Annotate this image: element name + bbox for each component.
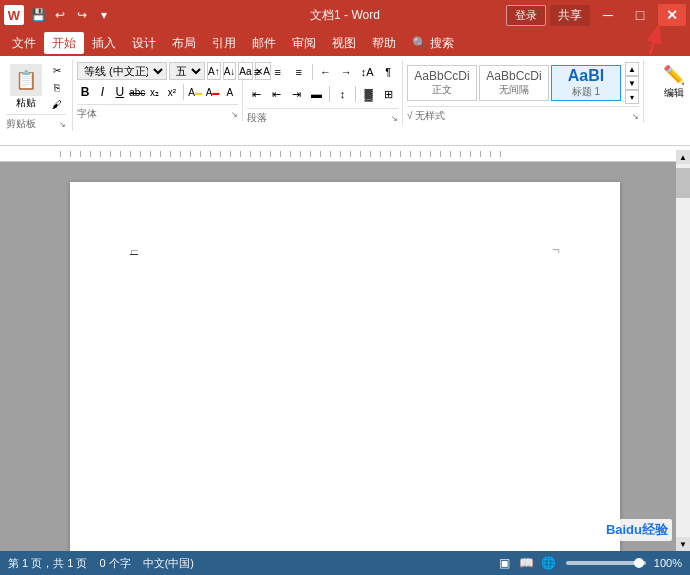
clipboard-expand-icon[interactable]: ↘ bbox=[59, 120, 66, 129]
menu-search-label: 搜索 bbox=[430, 35, 454, 52]
font-expand-icon[interactable]: ↘ bbox=[231, 110, 238, 119]
document-area[interactable]: ⌐ ¬ Baidu经验 bbox=[0, 162, 690, 563]
editing-icon: ✏️ bbox=[663, 64, 685, 86]
numbered-button[interactable]: ≡ bbox=[268, 62, 288, 82]
decrease-font-button[interactable]: A↓ bbox=[223, 62, 237, 80]
menu-help[interactable]: 帮助 bbox=[364, 32, 404, 54]
style-heading1[interactable]: AaBl 标题 1 bbox=[551, 65, 621, 101]
multilevel-button[interactable]: ≡ bbox=[289, 62, 309, 82]
paste-button[interactable]: 📋 粘贴 bbox=[6, 62, 46, 112]
search-icon: 🔍 bbox=[412, 36, 427, 50]
para-row1: ≡ ≡ ≡ ← → ↕A ¶ bbox=[247, 62, 398, 82]
align-right-button[interactable]: ⇥ bbox=[287, 84, 306, 104]
zoom-level: 100% bbox=[654, 557, 682, 569]
sort-button[interactable]: ↕A bbox=[357, 62, 377, 82]
zoom-slider[interactable] bbox=[566, 561, 646, 565]
restore-button[interactable]: □ bbox=[626, 4, 654, 26]
menu-search[interactable]: 🔍 搜索 bbox=[404, 32, 462, 54]
menu-references[interactable]: 引用 bbox=[204, 32, 244, 54]
menu-mailings[interactable]: 邮件 bbox=[244, 32, 284, 54]
underline-button[interactable]: U bbox=[112, 82, 128, 102]
styles-scroll-down[interactable]: ▼ bbox=[625, 76, 639, 90]
increase-font-button[interactable]: A↑ bbox=[207, 62, 221, 80]
text-effects-button[interactable]: A bbox=[222, 82, 238, 102]
clipboard-top: 📋 粘贴 ✂ ⎘ 🖌 bbox=[6, 62, 66, 112]
clipboard-small-buttons: ✂ ⎘ 🖌 bbox=[48, 62, 66, 112]
view-reading-button[interactable]: 📖 bbox=[518, 554, 536, 572]
style-normal[interactable]: AaBbCcDi 正文 bbox=[407, 65, 477, 101]
divider1 bbox=[183, 84, 184, 100]
menu-view[interactable]: 视图 bbox=[324, 32, 364, 54]
menu-insert[interactable]: 插入 bbox=[84, 32, 124, 54]
borders-button[interactable]: ⊞ bbox=[379, 84, 398, 104]
styles-row: AaBbCcDi 正文 AaBbCcDi 无间隔 AaBl 标题 1 ▲ ▼ ▾ bbox=[407, 62, 639, 104]
baidu-watermark: Baidu经验 bbox=[602, 519, 672, 541]
share-button[interactable]: 共享 bbox=[550, 5, 590, 26]
title-bar-title: 文档1 - Word bbox=[310, 7, 380, 24]
scroll-track bbox=[676, 164, 690, 537]
quick-save-button[interactable]: 💾 bbox=[28, 5, 48, 25]
superscript-button[interactable]: x² bbox=[164, 82, 180, 102]
divider2 bbox=[312, 64, 313, 80]
font-size-select[interactable]: 五号 bbox=[169, 62, 205, 80]
line-spacing-button[interactable]: ↕ bbox=[333, 84, 352, 104]
subscript-button[interactable]: x₂ bbox=[146, 82, 162, 102]
login-button[interactable]: 登录 bbox=[506, 5, 546, 26]
paste-label: 粘贴 bbox=[16, 96, 36, 110]
bullet-button[interactable]: ≡ bbox=[247, 62, 267, 82]
clipboard-label: 剪贴板 bbox=[6, 117, 36, 131]
divider3 bbox=[329, 86, 330, 102]
font-name-select[interactable]: 等线 (中文正) bbox=[77, 62, 167, 80]
menu-design[interactable]: 设计 bbox=[124, 32, 164, 54]
styles-expand-icon[interactable]: ↘ bbox=[632, 112, 639, 121]
clipboard-group: 📋 粘贴 ✂ ⎘ 🖌 剪贴板 ↘ bbox=[4, 60, 73, 131]
quick-undo-button[interactable]: ↩ bbox=[50, 5, 70, 25]
format-painter-button[interactable]: 🖌 bbox=[48, 96, 66, 112]
minimize-button[interactable]: ─ bbox=[594, 4, 622, 26]
menu-file[interactable]: 文件 bbox=[4, 32, 44, 54]
scroll-down-button[interactable]: ▼ bbox=[676, 537, 690, 551]
increase-indent-button[interactable]: → bbox=[336, 62, 356, 82]
styles-scroll: ▲ ▼ ▾ bbox=[625, 62, 639, 104]
style-no-spacing[interactable]: AaBbCcDi 无间隔 bbox=[479, 65, 549, 101]
italic-button[interactable]: I bbox=[94, 82, 110, 102]
paste-icon: 📋 bbox=[10, 64, 42, 96]
view-web-button[interactable]: 🌐 bbox=[540, 554, 558, 572]
scroll-thumb[interactable] bbox=[676, 168, 690, 198]
ribbon: 📋 粘贴 ✂ ⎘ 🖌 剪贴板 ↘ 等线 (中文正) bbox=[0, 56, 690, 146]
justify-button[interactable]: ▬ bbox=[307, 84, 326, 104]
highlight-button[interactable]: A▬ bbox=[187, 82, 203, 102]
font-group: 等线 (中文正) 五号 A↑ A↓ Aa ✕A B I U abc x₂ x² … bbox=[73, 60, 243, 121]
font-row2: B I U abc x₂ x² A▬ A▬ A bbox=[77, 82, 238, 102]
quick-access-toolbar: 💾 ↩ ↪ ▾ bbox=[28, 5, 114, 25]
clipboard-label-row: 剪贴板 ↘ bbox=[6, 114, 66, 131]
align-center-button[interactable]: ⇤ bbox=[267, 84, 286, 104]
zoom-fill bbox=[566, 561, 646, 565]
menu-layout[interactable]: 布局 bbox=[164, 32, 204, 54]
view-normal-button[interactable]: ▣ bbox=[496, 554, 514, 572]
copy-button[interactable]: ⎘ bbox=[48, 79, 66, 95]
cursor-indicator bbox=[130, 254, 138, 255]
align-left-button[interactable]: ⇤ bbox=[247, 84, 266, 104]
document-page[interactable]: ⌐ ¬ bbox=[70, 182, 620, 563]
decrease-indent-button[interactable]: ← bbox=[316, 62, 336, 82]
strikethrough-button[interactable]: abc bbox=[129, 82, 145, 102]
menu-review[interactable]: 审阅 bbox=[284, 32, 324, 54]
styles-scroll-up[interactable]: ▲ bbox=[625, 62, 639, 76]
bold-button[interactable]: B bbox=[77, 82, 93, 102]
quick-dropdown-button[interactable]: ▾ bbox=[94, 5, 114, 25]
app-icon: W bbox=[4, 5, 24, 25]
cut-button[interactable]: ✂ bbox=[48, 62, 66, 78]
scroll-up-button[interactable]: ▲ bbox=[676, 150, 690, 164]
para-expand-icon[interactable]: ↘ bbox=[391, 114, 398, 123]
show-marks-button[interactable]: ¶ bbox=[378, 62, 398, 82]
editing-label: 编辑 bbox=[664, 86, 684, 100]
close-button[interactable]: ✕ bbox=[658, 4, 686, 26]
font-color-button[interactable]: A▬ bbox=[204, 82, 220, 102]
shading-button[interactable]: ▓ bbox=[359, 84, 378, 104]
corner-mark-tr: ¬ bbox=[552, 242, 560, 258]
editing-button[interactable]: ✏️ 编辑 bbox=[648, 62, 690, 102]
menu-home[interactable]: 开始 bbox=[44, 32, 84, 54]
quick-redo-button[interactable]: ↪ bbox=[72, 5, 92, 25]
styles-more-button[interactable]: ▾ bbox=[625, 90, 639, 104]
